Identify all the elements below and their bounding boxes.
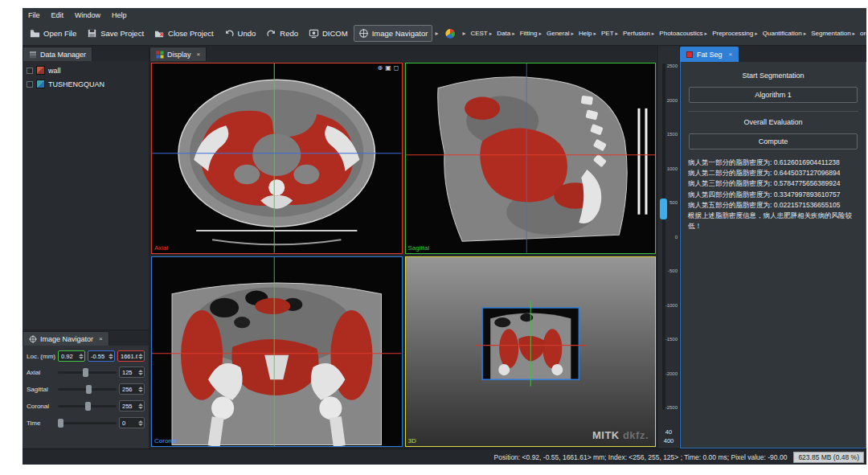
spinner-up-icon[interactable]	[138, 354, 143, 356]
view-categories-button[interactable]	[440, 26, 460, 42]
toolbar-view-menu[interactable]: Photoacoustics ▸	[657, 30, 710, 37]
dicom-button[interactable]: DICOM	[304, 25, 353, 42]
spinner-up-icon[interactable]	[138, 420, 143, 423]
toolbar-overflow-arrow-icon[interactable]: ▸	[433, 30, 440, 37]
close-icon[interactable]: ×	[729, 51, 733, 58]
spinner-up-icon[interactable]	[138, 370, 143, 372]
axial-ct-image	[152, 63, 402, 253]
slice-slider[interactable]	[58, 401, 117, 412]
dicom-icon	[309, 28, 319, 39]
data-node-thumbnail-icon	[36, 80, 45, 88]
spinner-down-icon[interactable]	[79, 357, 84, 359]
render-window-3d[interactable]: MITK dkfz. 3D	[405, 256, 657, 448]
render-window-sagittal[interactable]: Sagittal	[405, 63, 657, 254]
redo-icon	[266, 28, 276, 39]
toolbar-view-menu[interactable]: org.mitk.views.example ▸	[858, 30, 866, 37]
layout-menu-icon[interactable]: ▣	[385, 64, 391, 72]
toolbar-view-menu[interactable]: Preprocessing ▸	[710, 30, 760, 37]
spinner-down-icon[interactable]	[138, 357, 143, 359]
submenu-arrow-icon: ▸	[853, 31, 856, 37]
close-icon[interactable]: ×	[99, 335, 103, 342]
image-navigator-body: Loc. (mm) 0.92 -0.55	[23, 346, 149, 448]
render-window-coronal[interactable]: Coronal	[151, 256, 403, 448]
coordinate-spinbox[interactable]: 0.92	[58, 350, 85, 362]
menu-item[interactable]: Edit	[51, 11, 64, 19]
scale-tick-label: 2500	[667, 63, 678, 68]
coronal-ct-image	[152, 257, 402, 447]
view-label-coronal: Coronal	[154, 437, 177, 444]
spinner-up-icon[interactable]	[138, 403, 143, 406]
coordinate-spinbox[interactable]: -0.55	[88, 350, 115, 362]
close-icon[interactable]: ×	[197, 51, 201, 58]
spinner-up-icon[interactable]	[79, 354, 84, 356]
slice-spinbox[interactable]: 125	[119, 366, 145, 378]
spinner-down-icon[interactable]	[138, 373, 143, 375]
toolbar-view-menu[interactable]: General ▸	[544, 30, 576, 37]
fat-seg-tabbar: Fat Seg ×	[680, 46, 866, 62]
toolbar-view-menu[interactable]: Help ▸	[576, 30, 599, 37]
compute-button[interactable]: Compute	[689, 133, 858, 149]
menu-item[interactable]: Window	[75, 11, 100, 19]
spinner-down-icon[interactable]	[108, 357, 113, 359]
menu-item[interactable]: File	[28, 11, 40, 19]
scale-tick-label: -500	[668, 268, 678, 273]
coordinate-spinbox[interactable]: 1661.61	[117, 350, 145, 362]
menu-item[interactable]: Help	[112, 11, 127, 19]
spinner-down-icon[interactable]	[138, 390, 143, 392]
slider-handle[interactable]	[58, 419, 63, 428]
location-row: Loc. (mm) 0.92 -0.55	[27, 350, 145, 362]
visibility-checkbox[interactable]	[27, 81, 33, 88]
tab-fat-seg[interactable]: Fat Seg ×	[680, 47, 739, 62]
slider-track[interactable]	[58, 422, 117, 424]
tab-data-manager[interactable]: Data Manager	[23, 47, 92, 61]
window-value: 400	[658, 436, 679, 445]
data-node-row[interactable]: wall	[24, 63, 147, 77]
toolbar-view-menu[interactable]: Perfusion ▸	[620, 30, 657, 37]
spinner-up-icon[interactable]	[108, 354, 113, 356]
slider-handle[interactable]	[83, 368, 88, 377]
algorithm-1-button[interactable]: Algorithm 1	[689, 87, 858, 103]
image-navigator-button[interactable]: Image Navigator	[354, 25, 433, 42]
save-project-label: Save Project	[100, 29, 144, 38]
scale-tick-label: 500	[669, 200, 678, 205]
slider-handle[interactable]	[86, 385, 92, 394]
toolbar-view-menu-label: Photoacoustics	[659, 30, 702, 37]
submenu-arrow-icon: ▸	[593, 31, 596, 37]
open-file-label: Open File	[43, 29, 76, 38]
close-project-button[interactable]: Close Project	[149, 25, 219, 42]
toolbar-view-menu[interactable]: Data ▸	[494, 30, 517, 37]
slice-spinbox[interactable]: 255	[119, 400, 145, 412]
slice-slider-row: Coronal 255	[27, 400, 145, 412]
save-project-button[interactable]: Save Project	[82, 25, 149, 42]
toolbar-view-menu[interactable]: Quantification ▸	[760, 30, 809, 37]
slice-spinbox[interactable]: 256	[119, 383, 145, 395]
slice-slider[interactable]	[58, 367, 117, 378]
slice-slider[interactable]	[58, 418, 117, 428]
cursor-position-status: Position: <0.92, -0.55, 1661.61> mm; Ind…	[494, 453, 788, 461]
spinner-arrows	[137, 370, 143, 375]
open-file-button[interactable]: Open File	[25, 25, 81, 42]
open-file-icon	[30, 28, 40, 39]
tab-display[interactable]: Display ×	[149, 47, 207, 61]
toolbar-view-menu-label: Perfusion	[623, 30, 650, 37]
slice-spinbox[interactable]: 0	[119, 417, 145, 428]
toolbar-view-menu[interactable]: Fitting ▸	[518, 30, 544, 37]
spinner-down-icon[interactable]	[138, 424, 143, 426]
slice-slider[interactable]	[58, 384, 117, 395]
toolbar-view-menu[interactable]: PET ▸	[599, 30, 620, 37]
spinner-down-icon[interactable]	[138, 407, 143, 409]
toolbar-view-menu[interactable]: CEST ▸	[468, 30, 494, 37]
fullscreen-icon[interactable]: ◻	[394, 64, 399, 72]
slider-handle[interactable]	[85, 402, 91, 411]
display-tab-label: Display	[167, 51, 191, 59]
evaluation-results: 病人第一部分的脂肪密度为: 0.6126016904411238病人第二部分的脂…	[688, 158, 858, 231]
visibility-checkbox[interactable]	[27, 68, 33, 74]
spinner-up-icon[interactable]	[138, 387, 143, 389]
render-window-axial[interactable]: ⊕ ▣ ◻ Axial	[151, 63, 403, 254]
undo-button[interactable]: Undo	[219, 25, 261, 42]
toolbar-view-menu[interactable]: Segmentation ▸	[809, 30, 858, 37]
tab-image-navigator[interactable]: Image Navigator ×	[23, 331, 109, 346]
data-node-row[interactable]: TUSHENGQUAN	[24, 77, 147, 91]
crosshair-toggle-icon[interactable]: ⊕	[378, 64, 383, 72]
redo-button[interactable]: Redo	[261, 25, 303, 42]
